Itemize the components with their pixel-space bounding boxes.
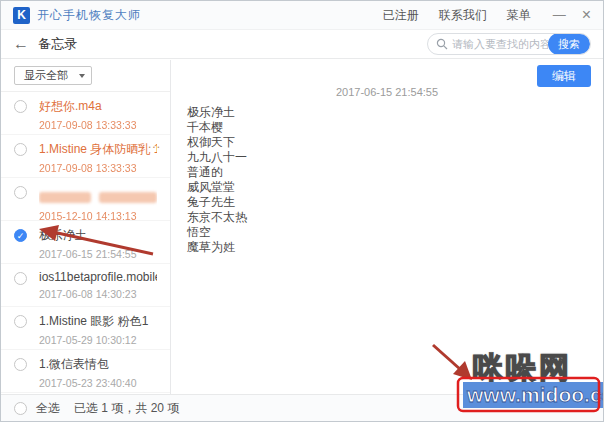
- search-button[interactable]: 搜索: [548, 33, 590, 55]
- search-icon: [436, 38, 448, 50]
- note-line: 魔草为姓: [187, 240, 603, 255]
- checkbox-unchecked-icon[interactable]: [14, 358, 27, 371]
- list-item-date: 2017-06-15 21:54:55: [39, 244, 170, 260]
- note-date: 2017-06-15 21:54:55: [171, 86, 603, 98]
- list-item-date: 2017-05-29 10:30:12: [39, 330, 170, 346]
- app-logo-icon: K: [13, 7, 30, 24]
- ellipsis-indicator: ...: [148, 137, 161, 151]
- list-item[interactable]: ios11betaprofile.mobileconfig2017-06-08 …: [1, 264, 170, 307]
- list-item[interactable]: ✓极乐净土2017-06-15 21:54:55: [1, 221, 170, 264]
- list-item[interactable]: 1.Mistine 身体防晒乳 1...2017-09-08 13:33:33: [1, 135, 170, 178]
- note-detail-panel: 编辑 2017-06-15 21:54:55 极乐净土千本樱权御天下九九八十一普…: [171, 60, 603, 394]
- checkbox-unchecked-icon[interactable]: [14, 272, 27, 285]
- filter-dropdown-label: 显示全部: [24, 69, 68, 81]
- list-item-date: 2017-05-23 23:40:40: [39, 373, 170, 389]
- note-line: 权御天下: [187, 135, 603, 150]
- notes-list-panel: 显示全部 好想你.m4a2017-09-08 13:33:331.Mistine…: [1, 60, 171, 394]
- list-item-date: 2017-06-08 14:30:23: [39, 284, 170, 300]
- checkbox-unchecked-icon[interactable]: [14, 100, 27, 113]
- page-title: 备忘录: [38, 35, 77, 53]
- edit-button[interactable]: 编辑: [537, 65, 591, 87]
- list-item-date: 2017-09-08 13:33:33: [39, 115, 170, 131]
- list-item[interactable]: 2015-12-10 14:13:13: [1, 178, 170, 221]
- list-item-title: 好想你.m4a: [39, 92, 157, 115]
- checkbox-unchecked-icon[interactable]: [14, 315, 27, 328]
- search-bar: 搜索: [427, 33, 591, 55]
- note-line: 极乐净土: [187, 105, 603, 120]
- list-item[interactable]: 好想你.m4a2017-09-08 13:33:33: [1, 92, 170, 135]
- toolbar: ← 备忘录 搜索: [1, 30, 603, 59]
- close-button[interactable]: ×: [582, 10, 591, 20]
- note-line: 威风堂堂: [187, 180, 603, 195]
- back-button[interactable]: ←: [13, 36, 29, 52]
- note-line: 千本樱: [187, 120, 603, 135]
- title-bar-actions: 已注册 联系我们 菜单 — ×: [363, 7, 591, 24]
- list-item-title: 1.Mistine 身体防晒乳 1: [39, 135, 157, 158]
- note-line: 普通的: [187, 165, 603, 180]
- watermark-site-url: www.midoo.cc: [463, 382, 604, 408]
- contact-us-link[interactable]: 联系我们: [439, 7, 487, 24]
- select-all-label: 全选: [36, 400, 60, 417]
- checkbox-unchecked-icon[interactable]: [14, 143, 27, 156]
- chevron-down-icon: [79, 74, 85, 78]
- list-item[interactable]: 1.微信表情包2017-05-23 23:40:40: [1, 350, 170, 393]
- list-item-date: 2015-12-10 14:13:13: [39, 206, 170, 222]
- note-line: 悟空: [187, 225, 603, 240]
- redaction-blur: [99, 192, 157, 203]
- search-input[interactable]: [452, 38, 548, 50]
- redaction-blur: [39, 192, 91, 203]
- app-window: K 开心手机恢复大师 已注册 联系我们 菜单 — × ← 备忘录 搜索 显示全部: [0, 0, 604, 422]
- selection-summary: 已选 1 项，共 20 项: [74, 400, 179, 417]
- list-item-title: 极乐净土: [39, 221, 157, 244]
- select-all-checkbox[interactable]: [14, 402, 27, 415]
- main-body: 显示全部 好想你.m4a2017-09-08 13:33:331.Mistine…: [1, 60, 603, 394]
- list-item-title: 1.微信表情包: [39, 350, 157, 373]
- filter-dropdown[interactable]: 显示全部: [14, 66, 92, 85]
- checkbox-unchecked-icon[interactable]: [14, 186, 27, 199]
- list-item-title: 1.Mistine 眼影 粉色1: [39, 307, 157, 330]
- app-title: 开心手机恢复大师: [37, 7, 141, 24]
- note-line: 东京不太热: [187, 210, 603, 225]
- minimize-button[interactable]: —: [553, 10, 566, 20]
- notes-list: 好想你.m4a2017-09-08 13:33:331.Mistine 身体防晒…: [1, 92, 170, 394]
- title-bar: K 开心手机恢复大师 已注册 联系我们 菜单 — ×: [1, 1, 603, 30]
- note-line: 九九八十一: [187, 150, 603, 165]
- list-item[interactable]: 1.Mistine 眼影 粉色12017-05-29 10:30:12: [1, 307, 170, 350]
- list-item-title: ios11betaprofile.mobileconfig: [39, 264, 157, 284]
- filter-row: 显示全部: [1, 60, 170, 92]
- checkbox-checked-icon[interactable]: ✓: [14, 229, 27, 242]
- list-item-title-redacted: [39, 178, 157, 206]
- registered-status[interactable]: 已注册: [383, 7, 419, 24]
- list-item-date: 2017-09-08 13:33:33: [39, 158, 170, 174]
- menu-button[interactable]: 菜单: [507, 7, 531, 24]
- note-line: 兔子先生: [187, 195, 603, 210]
- note-content: 极乐净土千本樱权御天下九九八十一普通的威风堂堂兔子先生东京不太热悟空魔草为姓: [187, 105, 603, 255]
